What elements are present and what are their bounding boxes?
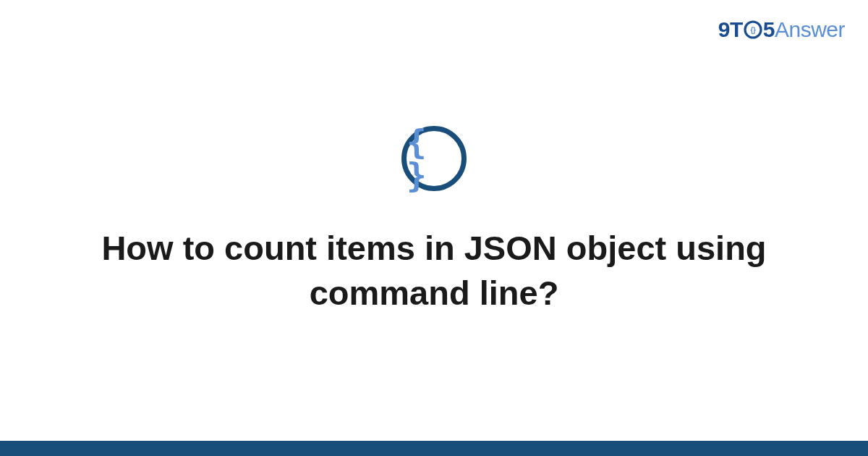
question-title: How to count items in JSON object using … xyxy=(58,226,810,316)
braces-icon: { } xyxy=(407,125,461,192)
content-area: { } How to count items in JSON object us… xyxy=(0,0,868,442)
json-category-icon: { } xyxy=(401,126,467,191)
footer-bar xyxy=(0,441,868,456)
